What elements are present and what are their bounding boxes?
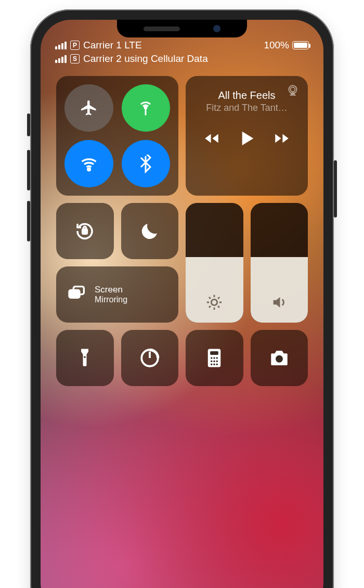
signal-bars-icon — [55, 42, 67, 49]
bluetooth-toggle[interactable] — [122, 140, 171, 187]
wifi-toggle[interactable] — [64, 140, 113, 187]
media-rewind-button[interactable] — [203, 130, 220, 149]
volume-icon — [270, 293, 288, 313]
status-carrier-2: S Carrier 2 using Cellular Data — [55, 53, 208, 65]
svg-point-13 — [214, 357, 216, 359]
side-button[interactable] — [334, 160, 337, 218]
signal-bars-icon — [55, 55, 67, 63]
svg-point-0 — [145, 106, 147, 108]
orientation-lock-icon — [74, 220, 96, 242]
mute-switch[interactable] — [27, 113, 30, 136]
iphone-device-frame: P Carrier 1 LTE 100% S Carrier 2 using C… — [30, 9, 334, 588]
screen-mirroring-button[interactable]: Screen Mirroring — [56, 266, 178, 323]
control-center: All the Feels Fitz and The Tant… — [56, 76, 308, 386]
orientation-lock-toggle[interactable] — [56, 203, 114, 259]
flashlight-button[interactable] — [56, 330, 114, 386]
svg-point-5 — [212, 299, 217, 305]
battery-indicator: 100% — [264, 40, 309, 51]
svg-point-14 — [216, 357, 218, 359]
sim-badge-primary: P — [70, 41, 80, 50]
svg-point-19 — [214, 364, 216, 366]
status-carrier-1: P Carrier 1 LTE — [55, 40, 142, 51]
earpiece-speaker — [144, 27, 180, 31]
media-track-title: All the Feels — [195, 90, 298, 101]
svg-point-18 — [211, 364, 213, 366]
calculator-icon — [203, 347, 225, 369]
screen: P Carrier 1 LTE 100% S Carrier 2 using C… — [41, 20, 323, 588]
airplay-icon[interactable] — [286, 83, 300, 99]
flashlight-icon — [74, 347, 96, 369]
calculator-button[interactable] — [186, 330, 243, 386]
svg-point-12 — [211, 357, 213, 359]
svg-point-21 — [276, 355, 283, 363]
screen-mirroring-label: Screen Mirroring — [95, 285, 127, 304]
camera-icon — [268, 347, 290, 369]
media-artist-label: Fitz and The Tant… — [195, 103, 298, 113]
svg-point-8 — [84, 356, 86, 359]
front-camera — [213, 25, 220, 32]
svg-rect-11 — [210, 351, 218, 355]
svg-point-20 — [216, 364, 218, 366]
carrier-1-label: Carrier 1 LTE — [83, 40, 142, 51]
carrier-2-label: Carrier 2 using Cellular Data — [83, 53, 208, 65]
volume-slider[interactable] — [251, 203, 308, 323]
svg-point-16 — [214, 360, 216, 362]
now-playing-module[interactable]: All the Feels Fitz and The Tant… — [186, 76, 308, 196]
svg-point-17 — [216, 360, 218, 362]
moon-icon — [139, 220, 161, 242]
cellular-data-toggle[interactable] — [122, 84, 171, 132]
airplane-mode-toggle[interactable] — [64, 84, 113, 132]
svg-point-15 — [211, 360, 213, 362]
do-not-disturb-toggle[interactable] — [121, 203, 179, 259]
brightness-slider[interactable] — [186, 203, 243, 323]
status-bar: P Carrier 1 LTE 100% S Carrier 2 using C… — [41, 39, 323, 66]
battery-percent-label: 100% — [264, 40, 289, 51]
airplane-icon — [80, 99, 98, 118]
bluetooth-icon — [136, 155, 155, 173]
volume-down-button[interactable] — [27, 201, 30, 241]
svg-rect-4 — [83, 229, 87, 234]
sim-badge-secondary: S — [70, 54, 80, 63]
brightness-icon — [205, 293, 223, 313]
connectivity-module[interactable] — [56, 76, 178, 196]
timer-button[interactable] — [121, 330, 179, 386]
volume-up-button[interactable] — [27, 150, 30, 190]
battery-icon — [292, 41, 309, 49]
svg-point-3 — [291, 87, 295, 92]
svg-point-1 — [87, 168, 90, 171]
timer-icon — [139, 347, 161, 369]
notch — [117, 20, 247, 37]
cellular-antenna-icon — [136, 99, 155, 118]
wifi-icon — [80, 155, 98, 173]
screen-mirroring-icon — [67, 283, 87, 306]
media-forward-button[interactable] — [273, 130, 291, 149]
media-play-button[interactable] — [236, 128, 257, 151]
camera-button[interactable] — [251, 330, 308, 386]
